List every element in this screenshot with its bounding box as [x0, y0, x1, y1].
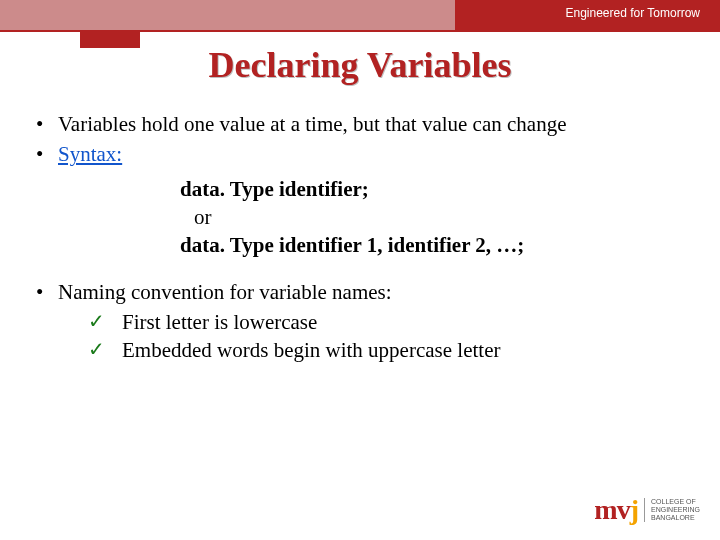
syntax-label: Syntax: — [58, 142, 122, 166]
check-text: Embedded words begin with uppercase lett… — [122, 336, 690, 364]
code-line: data. Type identifier 1, identifier 2, …… — [180, 231, 690, 259]
check-icon: ✓ — [88, 308, 122, 336]
slide-title: Declaring Variables — [0, 44, 720, 86]
check-text: First letter is lowercase — [122, 308, 690, 336]
logo-letter-v: v — [617, 494, 630, 525]
bullet-item: • Syntax: — [30, 140, 690, 168]
logo-subtext: COLLEGE OF ENGINEERING BANGALORE — [644, 498, 700, 521]
footer-logo: mvj COLLEGE OF ENGINEERING BANGALORE — [594, 494, 700, 526]
logo-line: ENGINEERING — [651, 506, 700, 514]
logo-letter-j: j — [630, 494, 638, 525]
bullet-item: • Naming convention for variable names: — [30, 278, 690, 306]
tagline: Engineered for Tomorrow — [565, 6, 700, 20]
check-icon: ✓ — [88, 336, 122, 364]
logo-mark: mvj — [594, 494, 638, 526]
bullet-text: Variables hold one value at a time, but … — [58, 110, 690, 138]
bullet-dot-icon: • — [30, 278, 58, 306]
logo-line: COLLEGE OF — [651, 498, 700, 506]
bullet-dot-icon: • — [30, 110, 58, 138]
bullet-item: • Variables hold one value at a time, bu… — [30, 110, 690, 138]
syntax-code-block: data. Type identifier; or data. Type ide… — [180, 175, 690, 260]
bullet-text: Naming convention for variable names: — [58, 278, 690, 306]
sub-list: ✓ First letter is lowercase ✓ Embedded w… — [88, 308, 690, 365]
logo-line: BANGALORE — [651, 514, 700, 522]
check-item: ✓ First letter is lowercase — [88, 308, 690, 336]
code-or: or — [180, 203, 690, 231]
code-line: data. Type identifier; — [180, 175, 690, 203]
slide: Engineered for Tomorrow Declaring Variab… — [0, 0, 720, 540]
bullet-dot-icon: • — [30, 140, 58, 168]
logo-letter-m: m — [594, 494, 616, 525]
slide-body: • Variables hold one value at a time, bu… — [30, 110, 690, 365]
header-bar-overlay — [0, 0, 455, 30]
bullet-text: Syntax: — [58, 140, 690, 168]
check-item: ✓ Embedded words begin with uppercase le… — [88, 336, 690, 364]
